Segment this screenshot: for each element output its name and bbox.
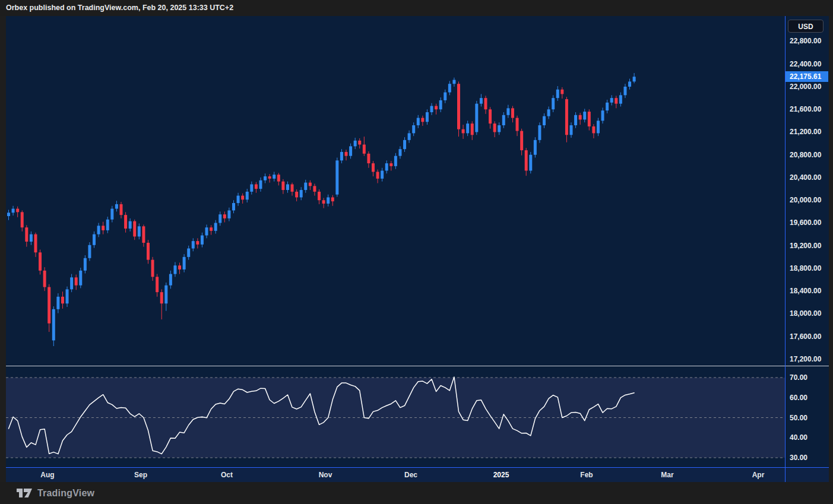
- candle: [281, 179, 284, 194]
- candle: [628, 79, 631, 90]
- pane-separator-line[interactable]: [6, 366, 829, 366]
- candle: [124, 212, 127, 232]
- candle: [430, 103, 433, 115]
- candlestick-chart[interactable]: [6, 16, 785, 366]
- candle: [218, 211, 221, 226]
- candle: [493, 121, 496, 137]
- candle: [511, 106, 514, 123]
- time-axis-label: Aug: [40, 468, 54, 482]
- candle: [345, 150, 348, 160]
- candle: [457, 81, 460, 137]
- candle: [178, 262, 181, 274]
- time-axis-label: Mar: [661, 468, 673, 482]
- price-axis-label: 19,600.00: [790, 218, 821, 227]
- candle: [462, 125, 465, 139]
- candle: [88, 242, 91, 261]
- time-axis-label: Apr: [752, 468, 765, 482]
- candle: [309, 180, 312, 190]
- candle: [93, 232, 96, 248]
- candle: [538, 122, 541, 142]
- candle: [237, 193, 240, 206]
- candle: [52, 306, 55, 346]
- rsi-axis-label: 40.00: [790, 433, 807, 442]
- candle: [466, 121, 469, 136]
- candle: [489, 107, 492, 128]
- tradingview-snapshot: Orbex published on TradingView.com, Feb …: [0, 0, 833, 504]
- publish-attribution-bar: Orbex published on TradingView.com, Feb …: [0, 0, 833, 16]
- candle: [583, 109, 586, 122]
- candle: [169, 271, 172, 289]
- candle: [183, 254, 186, 272]
- time-axis[interactable]: AugSepOctNovDec2025FebMarApr: [6, 468, 829, 482]
- candle: [381, 168, 384, 182]
- candle: [516, 116, 519, 136]
- candle: [601, 107, 604, 123]
- price-axis-label: 19,200.00: [790, 241, 821, 251]
- time-axis-label: Feb: [580, 468, 593, 482]
- time-axis-separator-line: [6, 467, 829, 468]
- price-axis-label: 18,800.00: [790, 264, 821, 273]
- candle: [363, 137, 366, 156]
- candle: [264, 173, 267, 183]
- price-axis-separator-line: [785, 16, 786, 482]
- candle: [358, 138, 361, 148]
- candle: [291, 183, 294, 196]
- candle: [151, 257, 154, 281]
- candle: [43, 267, 46, 291]
- candle: [201, 233, 204, 248]
- candle: [277, 173, 280, 185]
- candle: [133, 220, 136, 240]
- candle: [606, 100, 609, 113]
- candle: [579, 113, 582, 125]
- candle: [268, 174, 271, 182]
- candle: [164, 283, 167, 311]
- candle: [560, 87, 563, 99]
- candle: [192, 238, 195, 251]
- candle: [376, 170, 379, 183]
- candle: [232, 200, 235, 213]
- candle: [39, 249, 42, 274]
- rsi-chart[interactable]: [6, 366, 785, 467]
- candle: [480, 94, 483, 106]
- candle: [120, 202, 123, 218]
- price-axis[interactable]: USD 22,175.61 22,800.0022,400.0022,000.0…: [786, 16, 829, 467]
- candle: [619, 93, 622, 107]
- price-axis-label: 22,400.00: [790, 59, 821, 69]
- candle: [205, 224, 208, 238]
- candle: [210, 225, 213, 234]
- tradingview-logo-icon[interactable]: [17, 488, 33, 498]
- candle: [452, 78, 455, 87]
- price-axis-label: 18,000.00: [790, 309, 821, 318]
- candle: [75, 275, 78, 290]
- candle: [565, 97, 568, 142]
- currency-toggle-button[interactable]: USD: [788, 20, 824, 33]
- candle: [286, 182, 289, 193]
- time-axis-label: Oct: [221, 468, 233, 482]
- candle: [61, 291, 64, 309]
- price-axis-label: 21,200.00: [790, 127, 821, 137]
- candle: [70, 274, 73, 293]
- rsi-pane[interactable]: [6, 366, 785, 467]
- candle: [543, 113, 546, 128]
- tradingview-wordmark[interactable]: TradingView: [37, 488, 94, 499]
- candle: [534, 137, 537, 157]
- candle: [471, 121, 474, 140]
- price-axis-label: 20,000.00: [790, 195, 821, 205]
- candle: [417, 115, 420, 128]
- candle: [129, 218, 132, 232]
- candle: [398, 146, 401, 159]
- time-axis-label: Dec: [404, 468, 417, 482]
- price-axis-label: 20,800.00: [790, 150, 821, 160]
- candle: [187, 246, 190, 260]
- candle: [110, 206, 113, 223]
- candle: [300, 187, 303, 200]
- candle: [349, 144, 352, 159]
- candle: [223, 211, 226, 222]
- candle: [12, 206, 15, 215]
- candle: [327, 195, 330, 207]
- candle: [367, 151, 370, 168]
- candle: [623, 84, 626, 98]
- price-pane[interactable]: [6, 16, 785, 366]
- candle: [138, 223, 141, 239]
- candle: [142, 224, 145, 246]
